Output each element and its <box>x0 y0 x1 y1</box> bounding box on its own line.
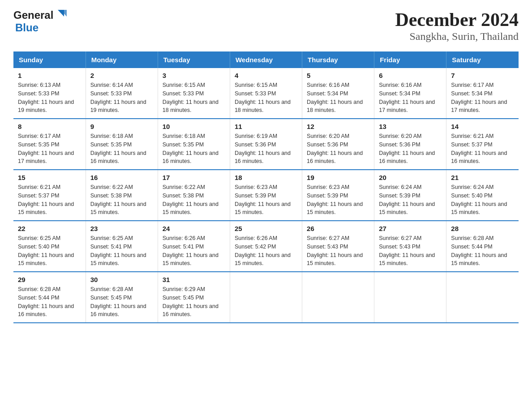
day-info: Sunrise: 6:21 AMSunset: 5:37 PMDaylight:… <box>18 183 81 217</box>
day-info: Sunrise: 6:23 AMSunset: 5:39 PMDaylight:… <box>307 183 369 217</box>
day-number: 1 <box>18 72 81 79</box>
calendar-cell: 26Sunrise: 6:27 AMSunset: 5:43 PMDayligh… <box>302 221 374 272</box>
day-info: Sunrise: 6:15 AMSunset: 5:33 PMDaylight:… <box>163 81 225 115</box>
day-info: Sunrise: 6:14 AMSunset: 5:33 PMDaylight:… <box>90 81 153 115</box>
day-number: 14 <box>451 123 514 130</box>
calendar-cell: 3Sunrise: 6:15 AMSunset: 5:33 PMDaylight… <box>158 68 230 119</box>
day-number: 2 <box>90 72 153 79</box>
logo-triangle-icon <box>54 8 68 21</box>
day-number: 5 <box>307 72 369 79</box>
day-info: Sunrise: 6:22 AMSunset: 5:38 PMDaylight:… <box>163 183 225 217</box>
calendar-cell: 12Sunrise: 6:20 AMSunset: 5:36 PMDayligh… <box>302 119 374 170</box>
calendar-cell: 6Sunrise: 6:16 AMSunset: 5:34 PMDaylight… <box>374 68 446 119</box>
calendar-cell <box>446 272 519 323</box>
calendar-cell: 17Sunrise: 6:22 AMSunset: 5:38 PMDayligh… <box>158 170 230 221</box>
calendar-cell: 27Sunrise: 6:27 AMSunset: 5:43 PMDayligh… <box>374 221 446 272</box>
weekday-header-tuesday: Tuesday <box>158 51 230 68</box>
weekday-header-sunday: Sunday <box>13 51 86 68</box>
calendar-cell: 30Sunrise: 6:28 AMSunset: 5:45 PMDayligh… <box>86 272 158 323</box>
weekday-header-saturday: Saturday <box>446 51 519 68</box>
day-info: Sunrise: 6:28 AMSunset: 5:44 PMDaylight:… <box>18 285 81 319</box>
calendar-week-row: 8Sunrise: 6:17 AMSunset: 5:35 PMDaylight… <box>13 119 519 170</box>
day-number: 13 <box>379 123 442 130</box>
day-info: Sunrise: 6:17 AMSunset: 5:34 PMDaylight:… <box>451 81 514 115</box>
weekday-header-row: SundayMondayTuesdayWednesdayThursdayFrid… <box>13 51 519 68</box>
calendar-cell: 22Sunrise: 6:25 AMSunset: 5:40 PMDayligh… <box>13 221 86 272</box>
day-number: 15 <box>18 174 81 181</box>
day-number: 16 <box>90 174 153 181</box>
weekday-header-monday: Monday <box>86 51 158 68</box>
title-section: December 2024 Sangkha, Surin, Thailand <box>395 9 519 43</box>
day-info: Sunrise: 6:17 AMSunset: 5:35 PMDaylight:… <box>18 132 81 166</box>
calendar-cell: 16Sunrise: 6:22 AMSunset: 5:38 PMDayligh… <box>86 170 158 221</box>
day-info: Sunrise: 6:23 AMSunset: 5:39 PMDaylight:… <box>235 183 297 217</box>
day-number: 23 <box>90 225 153 232</box>
day-info: Sunrise: 6:21 AMSunset: 5:37 PMDaylight:… <box>451 132 514 166</box>
calendar-cell: 13Sunrise: 6:20 AMSunset: 5:36 PMDayligh… <box>374 119 446 170</box>
calendar-cell: 31Sunrise: 6:29 AMSunset: 5:45 PMDayligh… <box>158 272 230 323</box>
day-info: Sunrise: 6:28 AMSunset: 5:44 PMDaylight:… <box>451 234 514 268</box>
calendar-cell: 19Sunrise: 6:23 AMSunset: 5:39 PMDayligh… <box>302 170 374 221</box>
day-info: Sunrise: 6:16 AMSunset: 5:34 PMDaylight:… <box>379 81 442 115</box>
day-info: Sunrise: 6:20 AMSunset: 5:36 PMDaylight:… <box>307 132 369 166</box>
calendar-cell: 21Sunrise: 6:24 AMSunset: 5:40 PMDayligh… <box>446 170 519 221</box>
calendar-week-row: 29Sunrise: 6:28 AMSunset: 5:44 PMDayligh… <box>13 272 519 323</box>
day-info: Sunrise: 6:27 AMSunset: 5:43 PMDaylight:… <box>379 234 442 268</box>
calendar-title: December 2024 <box>395 9 519 30</box>
calendar-cell: 24Sunrise: 6:26 AMSunset: 5:41 PMDayligh… <box>158 221 230 272</box>
calendar-cell: 2Sunrise: 6:14 AMSunset: 5:33 PMDaylight… <box>86 68 158 119</box>
calendar-cell: 15Sunrise: 6:21 AMSunset: 5:37 PMDayligh… <box>13 170 86 221</box>
calendar-cell <box>302 272 374 323</box>
day-number: 3 <box>163 72 225 79</box>
logo-blue-text: Blue <box>15 21 39 34</box>
calendar-cell: 9Sunrise: 6:18 AMSunset: 5:35 PMDaylight… <box>86 119 158 170</box>
day-info: Sunrise: 6:15 AMSunset: 5:33 PMDaylight:… <box>235 81 297 115</box>
calendar-cell: 28Sunrise: 6:28 AMSunset: 5:44 PMDayligh… <box>446 221 519 272</box>
day-info: Sunrise: 6:24 AMSunset: 5:39 PMDaylight:… <box>379 183 442 217</box>
day-info: Sunrise: 6:25 AMSunset: 5:40 PMDaylight:… <box>18 234 81 268</box>
day-number: 20 <box>379 174 442 181</box>
calendar-cell: 25Sunrise: 6:26 AMSunset: 5:42 PMDayligh… <box>230 221 302 272</box>
day-info: Sunrise: 6:24 AMSunset: 5:40 PMDaylight:… <box>451 183 514 217</box>
day-number: 22 <box>18 225 81 232</box>
day-info: Sunrise: 6:28 AMSunset: 5:45 PMDaylight:… <box>90 285 153 319</box>
weekday-header-wednesday: Wednesday <box>230 51 302 68</box>
calendar-week-row: 22Sunrise: 6:25 AMSunset: 5:40 PMDayligh… <box>13 221 519 272</box>
day-number: 21 <box>451 174 514 181</box>
calendar-cell: 23Sunrise: 6:25 AMSunset: 5:41 PMDayligh… <box>86 221 158 272</box>
day-number: 12 <box>307 123 369 130</box>
calendar-cell: 1Sunrise: 6:13 AMSunset: 5:33 PMDaylight… <box>13 68 86 119</box>
logo: General Blue <box>13 9 68 34</box>
day-number: 24 <box>163 225 225 232</box>
day-number: 19 <box>307 174 369 181</box>
day-number: 29 <box>18 276 81 283</box>
calendar-cell: 8Sunrise: 6:17 AMSunset: 5:35 PMDaylight… <box>13 119 86 170</box>
day-info: Sunrise: 6:19 AMSunset: 5:36 PMDaylight:… <box>235 132 297 166</box>
day-info: Sunrise: 6:18 AMSunset: 5:35 PMDaylight:… <box>163 132 225 166</box>
day-number: 11 <box>235 123 297 130</box>
day-number: 31 <box>163 276 225 283</box>
calendar-table: SundayMondayTuesdayWednesdayThursdayFrid… <box>13 51 519 323</box>
calendar-cell: 5Sunrise: 6:16 AMSunset: 5:34 PMDaylight… <box>302 68 374 119</box>
day-number: 10 <box>163 123 225 130</box>
day-info: Sunrise: 6:29 AMSunset: 5:45 PMDaylight:… <box>163 285 225 319</box>
day-info: Sunrise: 6:16 AMSunset: 5:34 PMDaylight:… <box>307 81 369 115</box>
calendar-cell <box>374 272 446 323</box>
logo-general-text: General <box>13 9 53 21</box>
calendar-cell: 10Sunrise: 6:18 AMSunset: 5:35 PMDayligh… <box>158 119 230 170</box>
calendar-cell: 29Sunrise: 6:28 AMSunset: 5:44 PMDayligh… <box>13 272 86 323</box>
day-info: Sunrise: 6:26 AMSunset: 5:42 PMDaylight:… <box>235 234 297 268</box>
day-info: Sunrise: 6:26 AMSunset: 5:41 PMDaylight:… <box>163 234 225 268</box>
day-number: 27 <box>379 225 442 232</box>
day-number: 8 <box>18 123 81 130</box>
calendar-cell: 18Sunrise: 6:23 AMSunset: 5:39 PMDayligh… <box>230 170 302 221</box>
day-number: 4 <box>235 72 297 79</box>
calendar-cell <box>230 272 302 323</box>
day-number: 26 <box>307 225 369 232</box>
day-number: 18 <box>235 174 297 181</box>
calendar-week-row: 1Sunrise: 6:13 AMSunset: 5:33 PMDaylight… <box>13 68 519 119</box>
day-number: 9 <box>90 123 153 130</box>
day-info: Sunrise: 6:18 AMSunset: 5:35 PMDaylight:… <box>90 132 153 166</box>
day-info: Sunrise: 6:20 AMSunset: 5:36 PMDaylight:… <box>379 132 442 166</box>
calendar-subtitle: Sangkha, Surin, Thailand <box>395 30 519 43</box>
